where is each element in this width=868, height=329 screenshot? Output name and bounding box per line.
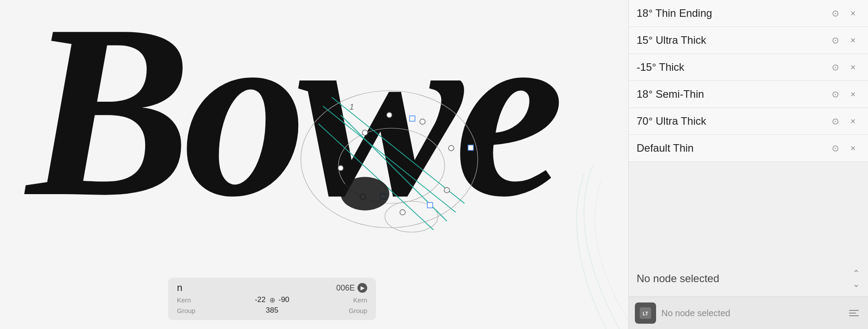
glyph-svg: 1	[296, 80, 482, 239]
guide-actions-5: ⊙ ×	[828, 141, 860, 155]
svg-point-11	[444, 187, 449, 193]
guide-label-5: Default Thin	[637, 142, 828, 154]
svg-point-9	[420, 119, 425, 124]
guide-more-btn-1[interactable]: ⊙	[828, 33, 842, 47]
kern-values: -22 ⊕ -90	[255, 295, 289, 304]
info-bar-top: n 006E ▶	[177, 282, 367, 294]
svg-text:1: 1	[350, 103, 354, 111]
glyph-overlay: 1	[296, 80, 482, 239]
guide-close-btn-1[interactable]: ×	[846, 33, 860, 47]
svg-rect-16	[468, 145, 473, 150]
node-info-placeholder-text: No node selected	[661, 308, 841, 318]
lines-icon	[849, 310, 859, 316]
guide-more-btn-3[interactable]: ⊙	[828, 87, 842, 101]
node-info-icon: LT	[635, 302, 656, 324]
lttrnk-icon: LT	[639, 306, 652, 320]
group-left-label: Group	[177, 307, 196, 314]
svg-text:LT: LT	[643, 311, 649, 316]
guide-close-btn-5[interactable]: ×	[846, 141, 860, 155]
kern-left-label: Kern	[177, 296, 191, 304]
glyph-info-bar: n 006E ▶ Kern -22 ⊕ -90 Kern Group 385 G…	[168, 278, 376, 320]
guide-item-1[interactable]: 15° Ultra Thick ⊙ ×	[629, 27, 868, 54]
canvas-area: Bowe	[0, 0, 628, 329]
guide-actions-2: ⊙ ×	[828, 60, 860, 74]
svg-rect-15	[410, 116, 415, 121]
svg-point-19	[341, 177, 389, 210]
kern-row: Kern -22 ⊕ -90 Kern	[177, 295, 367, 304]
right-panel: 18° Thin Ending ⊙ × 15° Ultra Thick ⊙ × …	[628, 0, 868, 329]
guide-actions-1: ⊙ ×	[828, 33, 860, 47]
glyph-unicode: 006E ▶	[336, 283, 367, 293]
guide-close-btn-2[interactable]: ×	[846, 60, 860, 74]
guides-list: 18° Thin Ending ⊙ × 15° Ultra Thick ⊙ × …	[629, 0, 868, 261]
no-node-label: No node selected	[637, 272, 719, 285]
svg-point-12	[400, 210, 405, 215]
node-info-lines-button[interactable]	[846, 305, 862, 321]
guide-label-3: 18° Semi-Thin	[637, 88, 828, 100]
guide-actions-0: ⊙ ×	[828, 6, 860, 20]
svg-rect-18	[427, 203, 433, 208]
guide-close-btn-0[interactable]: ×	[846, 6, 860, 20]
guide-item-3[interactable]: 18° Semi-Thin ⊙ ×	[629, 81, 868, 108]
guide-item-0[interactable]: 18° Thin Ending ⊙ ×	[629, 0, 868, 27]
guide-label-2: -15° Thick	[637, 61, 828, 73]
chevron-ud-icon[interactable]: ⌃⌄	[853, 268, 860, 289]
move-icon: ⊕	[269, 296, 275, 304]
guide-label-4: 70° Ultra Thick	[637, 115, 828, 127]
guide-more-btn-4[interactable]: ⊙	[828, 114, 842, 128]
kern-right-label: Kern	[353, 296, 367, 304]
node-info-bar: LT No node selected	[629, 297, 868, 329]
guide-actions-3: ⊙ ×	[828, 87, 860, 101]
guide-close-btn-4[interactable]: ×	[846, 114, 860, 128]
guide-actions-4: ⊙ ×	[828, 114, 860, 128]
guide-item-4[interactable]: 70° Ultra Thick ⊙ ×	[629, 108, 868, 135]
guide-label-1: 15° Ultra Thick	[637, 34, 828, 46]
group-right-label: Group	[349, 307, 367, 314]
guide-more-btn-5[interactable]: ⊙	[828, 141, 842, 155]
svg-point-10	[449, 145, 454, 151]
guide-item-2[interactable]: -15° Thick ⊙ ×	[629, 54, 868, 81]
guide-close-btn-3[interactable]: ×	[846, 87, 860, 101]
group-row: Group 385 Group	[177, 306, 367, 315]
guide-more-btn-0[interactable]: ⊙	[828, 6, 842, 20]
no-node-row: No node selected ⌃⌄	[629, 261, 868, 297]
svg-point-8	[387, 112, 392, 118]
svg-point-14	[338, 165, 343, 171]
group-value: 385	[266, 306, 278, 315]
guide-more-btn-2[interactable]: ⊙	[828, 60, 842, 74]
svg-point-7	[362, 130, 368, 135]
unicode-arrow[interactable]: ▶	[357, 283, 367, 293]
guide-label-0: 18° Thin Ending	[637, 7, 828, 19]
glyph-name: n	[177, 282, 182, 294]
guide-item-5[interactable]: Default Thin ⊙ ×	[629, 135, 868, 162]
